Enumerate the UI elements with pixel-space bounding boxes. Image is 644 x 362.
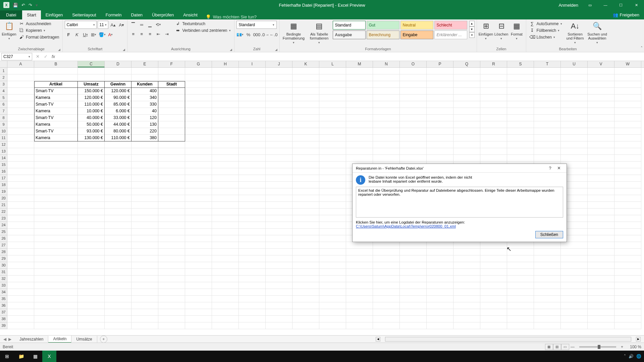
row-header-2[interactable]: 2 (0, 74, 7, 81)
cell-A23[interactable] (7, 215, 34, 222)
cell-W3[interactable] (614, 81, 641, 88)
cell-P39[interactable] (427, 322, 453, 329)
cell-L21[interactable] (319, 202, 346, 208)
cell-D20[interactable] (105, 195, 131, 202)
cell-C9[interactable]: 50.000 € (78, 121, 105, 128)
cell-N34[interactable] (373, 289, 400, 296)
cell-J6[interactable] (266, 101, 292, 108)
cell-V8[interactable] (588, 115, 614, 121)
cell-E36[interactable] (131, 302, 158, 309)
cell-G23[interactable] (185, 215, 212, 222)
cell-T13[interactable] (534, 148, 561, 155)
cell-T33[interactable] (534, 282, 561, 289)
cell-L20[interactable] (319, 195, 346, 202)
cell-I6[interactable] (239, 101, 266, 108)
cell-K11[interactable] (292, 135, 319, 141)
cell-O6[interactable] (400, 101, 427, 108)
cell-Q13[interactable] (453, 148, 480, 155)
cell-D5[interactable]: 90.000 € (105, 95, 131, 101)
copy-button[interactable]: ⿻Kopieren▾ (17, 27, 60, 33)
gallery-more-icon[interactable]: ▾ (469, 32, 475, 38)
cell-Q3[interactable] (453, 81, 480, 88)
cell-I11[interactable] (239, 135, 266, 141)
cell-F21[interactable] (158, 202, 185, 208)
row-header-35[interactable]: 35 (0, 296, 7, 302)
cell-M14[interactable] (346, 155, 373, 162)
cell-D2[interactable] (105, 74, 131, 81)
row-header-6[interactable]: 6 (0, 101, 7, 108)
indent-decrease-icon[interactable]: ⇤ (155, 30, 162, 38)
cell-O39[interactable] (400, 322, 427, 329)
cell-V24[interactable] (588, 222, 614, 229)
cell-D38[interactable] (105, 316, 131, 322)
cell-N38[interactable] (373, 316, 400, 322)
cell-T10[interactable] (534, 128, 561, 135)
cell-W17[interactable] (614, 175, 641, 182)
cell-V23[interactable] (588, 215, 614, 222)
cell-S27[interactable] (507, 242, 534, 249)
cell-B24[interactable] (34, 222, 78, 229)
cell-L30[interactable] (319, 262, 346, 269)
row-header-37[interactable]: 37 (0, 309, 7, 316)
cell-P36[interactable] (427, 302, 453, 309)
cell-N4[interactable] (373, 88, 400, 95)
cell-G13[interactable] (185, 148, 212, 155)
insert-function-button[interactable]: fx (50, 54, 57, 59)
cell-M13[interactable] (346, 148, 373, 155)
cell-F28[interactable] (158, 249, 185, 255)
cell-G14[interactable] (185, 155, 212, 162)
cell-Q33[interactable] (453, 282, 480, 289)
zoom-out-button[interactable]: — (569, 345, 576, 349)
cell-G17[interactable] (185, 175, 212, 182)
cell-H10[interactable] (212, 128, 239, 135)
cell-H36[interactable] (212, 302, 239, 309)
cell-W23[interactable] (614, 215, 641, 222)
cell-E8[interactable]: 120 (131, 115, 158, 121)
cell-I4[interactable] (239, 88, 266, 95)
cell-K21[interactable] (292, 202, 319, 208)
cell-S33[interactable] (507, 282, 534, 289)
cell-I27[interactable] (239, 242, 266, 249)
cell-H23[interactable] (212, 215, 239, 222)
cell-T8[interactable] (534, 115, 561, 121)
cell-T34[interactable] (534, 289, 561, 296)
cell-D4[interactable]: 120.000 € (105, 88, 131, 95)
cell-L1[interactable] (319, 68, 346, 74)
cell-C4[interactable]: 150.000 € (78, 88, 105, 95)
cell-L14[interactable] (319, 155, 346, 162)
column-header-R[interactable]: R (480, 61, 507, 67)
cell-B29[interactable] (34, 255, 78, 262)
column-header-P[interactable]: P (427, 61, 453, 67)
cell-P31[interactable] (427, 269, 453, 276)
cell-K12[interactable] (292, 141, 319, 148)
cell-T12[interactable] (534, 141, 561, 148)
cell-V29[interactable] (588, 255, 614, 262)
hscroll-left-icon[interactable]: ◀ (376, 337, 380, 342)
cut-button[interactable]: ✂Ausschneiden (17, 21, 60, 26)
cell-Q32[interactable] (453, 276, 480, 282)
cell-F27[interactable] (158, 242, 185, 249)
cell-B39[interactable] (34, 322, 78, 329)
cell-M11[interactable] (346, 135, 373, 141)
sheet-nav-next-icon[interactable]: ▶ (8, 337, 11, 342)
cell-W18[interactable] (614, 182, 641, 188)
cell-K20[interactable] (292, 195, 319, 202)
cell-W20[interactable] (614, 195, 641, 202)
cell-C6[interactable]: 110.000 € (78, 101, 105, 108)
cell-L28[interactable] (319, 249, 346, 255)
cell-N36[interactable] (373, 302, 400, 309)
cell-R38[interactable] (480, 316, 507, 322)
cell-C17[interactable] (78, 175, 105, 182)
cell-E28[interactable] (131, 249, 158, 255)
cell-E29[interactable] (131, 255, 158, 262)
cell-W2[interactable] (614, 74, 641, 81)
cell-E18[interactable] (131, 182, 158, 188)
cell-S10[interactable] (507, 128, 534, 135)
cell-H38[interactable] (212, 316, 239, 322)
cell-D28[interactable] (105, 249, 131, 255)
cell-G21[interactable] (185, 202, 212, 208)
cell-K17[interactable] (292, 175, 319, 182)
cell-A36[interactable] (7, 302, 34, 309)
cell-K7[interactable] (292, 108, 319, 115)
cell-F24[interactable] (158, 222, 185, 229)
